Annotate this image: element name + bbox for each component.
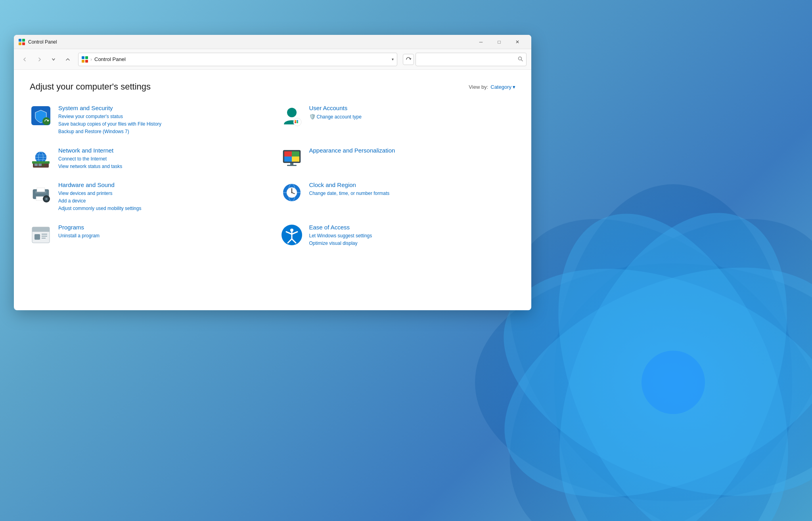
svg-rect-26 (297, 120, 298, 122)
navbar: › Control Panel ▾ (14, 49, 531, 70)
category-hardware-sound: Hardware and Sound View devices and prin… (30, 181, 265, 213)
address-bar[interactable]: › Control Panel ▾ (78, 53, 397, 66)
back-button[interactable] (19, 53, 31, 66)
forward-button[interactable] (33, 53, 46, 66)
category-ease-of-access: Ease of Access Let Windows suggest setti… (281, 224, 516, 247)
user-accounts-link-1[interactable]: 🛡️Change account type (309, 113, 516, 121)
view-by-dropdown-icon: ▾ (513, 84, 515, 90)
svg-rect-43 (290, 163, 293, 165)
svg-rect-39 (284, 151, 292, 156)
hardware-sound-link-3[interactable]: Adjust commonly used mobility settings (58, 205, 265, 212)
window-title: Control Panel (28, 39, 472, 45)
programs-icon (30, 224, 52, 246)
refresh-button[interactable] (403, 54, 414, 65)
ease-of-access-icon (281, 224, 303, 246)
category-user-accounts: User Accounts 🛡️Change account type (281, 105, 516, 136)
hardware-sound-content: Hardware and Sound View devices and prin… (58, 181, 265, 213)
content-area: Adjust your computer's settings View by:… (14, 70, 531, 310)
view-by-label: View by: (469, 84, 488, 90)
clock-region-link-1[interactable]: Change date, time, or number formats (309, 190, 516, 197)
page-header: Adjust your computer's settings View by:… (30, 82, 515, 92)
view-by-dropdown[interactable]: Category ▾ (490, 84, 515, 90)
svg-rect-36 (32, 161, 50, 164)
control-panel-icon (19, 39, 25, 45)
programs-title[interactable]: Programs (58, 224, 265, 231)
hardware-sound-link-1[interactable]: View devices and printers (58, 190, 265, 197)
network-internet-icon (30, 147, 52, 169)
category-network-internet: Network and Internet Connect to the Inte… (30, 147, 265, 170)
svg-rect-47 (37, 188, 45, 192)
svg-point-21 (287, 108, 297, 117)
search-bar[interactable] (416, 53, 527, 66)
network-internet-link-2[interactable]: View network status and tasks (58, 163, 265, 170)
address-icon (82, 56, 88, 63)
clock-region-title[interactable]: Clock and Region (309, 181, 516, 188)
view-by-value-text: Category (490, 84, 511, 90)
svg-point-8 (642, 351, 705, 414)
svg-point-20 (42, 117, 50, 125)
appearance-content: Appearance and Personalization (309, 147, 516, 155)
clock-region-content: Clock and Region Change date, time, or n… (309, 181, 516, 197)
system-security-content: System and Security Review your computer… (58, 105, 265, 136)
svg-rect-11 (19, 42, 21, 45)
svg-rect-63 (34, 234, 40, 240)
search-input[interactable] (419, 56, 515, 62)
svg-rect-42 (292, 156, 299, 162)
address-separator: › (90, 57, 92, 62)
svg-point-7 (512, 179, 812, 521)
svg-rect-12 (22, 42, 25, 45)
category-appearance: Appearance and Personalization (281, 147, 516, 170)
clock-region-icon (281, 181, 303, 204)
svg-rect-34 (38, 164, 42, 166)
user-accounts-content: User Accounts 🛡️Change account type (309, 105, 516, 121)
appearance-title[interactable]: Appearance and Personalization (309, 147, 516, 154)
search-icon (518, 56, 523, 63)
svg-rect-14 (85, 56, 88, 59)
user-accounts-title[interactable]: User Accounts (309, 105, 516, 111)
programs-content: Programs Uninstall a program (58, 224, 265, 240)
window-controls: ─ □ ✕ (472, 35, 527, 49)
svg-rect-15 (82, 60, 84, 63)
system-security-link-1[interactable]: Review your computer's status (58, 113, 265, 120)
svg-rect-41 (284, 156, 292, 162)
ease-of-access-link-2[interactable]: Optimize visual display (309, 240, 516, 247)
user-accounts-icon (281, 105, 303, 127)
system-security-title[interactable]: System and Security (58, 105, 265, 111)
up-button[interactable] (61, 53, 74, 66)
hardware-sound-title[interactable]: Hardware and Sound (58, 181, 265, 188)
close-button[interactable]: ✕ (508, 35, 527, 49)
category-clock-region: Clock and Region Change date, time, or n… (281, 181, 516, 213)
minimize-button[interactable]: ─ (472, 35, 490, 49)
system-security-icon (30, 105, 52, 127)
address-path: Control Panel (94, 56, 389, 62)
network-internet-link-1[interactable]: Connect to the Internet (58, 155, 265, 163)
svg-rect-23 (295, 122, 296, 123)
titlebar: Control Panel ─ □ ✕ (14, 35, 531, 49)
network-internet-title[interactable]: Network and Internet (58, 147, 265, 154)
svg-rect-25 (295, 120, 296, 122)
history-dropdown-button[interactable] (47, 53, 60, 66)
system-security-link-2[interactable]: Save backup copies of your files with Fi… (58, 120, 265, 128)
categories-grid: System and Security Review your computer… (30, 105, 515, 247)
address-dropdown-icon[interactable]: ▾ (392, 57, 394, 61)
ease-of-access-content: Ease of Access Let Windows suggest setti… (309, 224, 516, 247)
page-title: Adjust your computer's settings (30, 82, 151, 92)
svg-rect-9 (19, 39, 21, 42)
svg-point-59 (291, 192, 292, 193)
svg-rect-44 (287, 165, 297, 166)
view-by-control: View by: Category ▾ (469, 84, 515, 90)
ease-of-access-title[interactable]: Ease of Access (309, 224, 516, 231)
svg-rect-24 (297, 122, 298, 123)
ease-of-access-link-1[interactable]: Let Windows suggest settings (309, 232, 516, 240)
maximize-button[interactable]: □ (490, 35, 508, 49)
hardware-sound-icon (30, 181, 52, 204)
hardware-sound-link-2[interactable]: Add a device (58, 197, 265, 205)
control-panel-window: Control Panel ─ □ ✕ (14, 35, 531, 310)
network-internet-content: Network and Internet Connect to the Inte… (58, 147, 265, 170)
svg-point-4 (515, 180, 812, 521)
system-security-link-3[interactable]: Backup and Restore (Windows 7) (58, 128, 265, 135)
svg-rect-33 (34, 164, 38, 166)
svg-rect-40 (292, 151, 299, 156)
programs-link-1[interactable]: Uninstall a program (58, 232, 265, 240)
svg-rect-13 (82, 56, 84, 59)
